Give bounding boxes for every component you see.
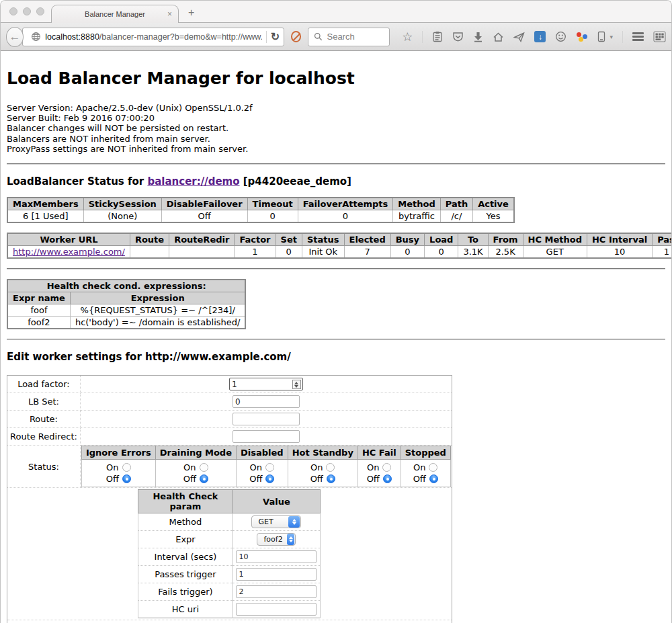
lb-set-label: LB Set:: [7, 393, 81, 411]
route-input[interactable]: [233, 413, 300, 425]
route-redirect-input[interactable]: [233, 430, 300, 443]
search-bar[interactable]: Search: [308, 28, 390, 46]
hc-fail-on-radio[interactable]: [382, 463, 391, 472]
draining-mode-on-radio[interactable]: [200, 463, 208, 472]
menu-hamburger-icon[interactable]: [632, 32, 644, 41]
expr-name: foof2: [7, 317, 70, 329]
status-row: Status: Ignore Errors Draining Mode Disa…: [7, 446, 452, 488]
interval-input[interactable]: [236, 550, 317, 563]
status-label: Status:: [7, 446, 81, 488]
route-row: Route:: [7, 411, 452, 428]
table-row: foof %{REQUEST_STATUS} =~ /^[234]/: [7, 304, 245, 317]
close-window-icon[interactable]: [9, 7, 17, 15]
reload-icon[interactable]: ↻: [271, 30, 280, 43]
status-table: Ignore Errors Draining Mode Disabled Hot…: [81, 446, 451, 487]
method-row: Method GET: [138, 513, 321, 531]
expr-name: foof: [7, 304, 70, 317]
home-icon[interactable]: [493, 32, 504, 42]
lb-set-input[interactable]: [233, 395, 300, 408]
page-title: Load Balancer Manager for localhost: [7, 51, 665, 88]
pocket-icon[interactable]: [452, 32, 464, 42]
url-bar[interactable]: localhost:8880/balancer-manager?b=demo&w…: [22, 28, 284, 46]
hc-fail-radios: OnOff: [362, 461, 396, 485]
download-icon[interactable]: [473, 32, 483, 42]
stopped-off-radio[interactable]: [429, 474, 438, 483]
ignore-errors-off-radio[interactable]: [122, 474, 131, 483]
persist-note-line: Balancer changes will NOT be persisted o…: [7, 123, 665, 133]
zoom-window-icon[interactable]: [36, 7, 44, 15]
worker-status-table: Worker URL Route RouteRedir Factor Set S…: [7, 233, 672, 259]
tile-grid-icon[interactable]: [653, 31, 666, 42]
lb-set-row: LB Set:: [7, 393, 452, 411]
table-row: 6 [1 Used] (None) Off 0 0 bytraffic /c/ …: [7, 210, 514, 223]
window-controls[interactable]: [9, 7, 44, 15]
expr-select[interactable]: foof2: [257, 533, 296, 546]
back-button[interactable]: ←: [6, 27, 24, 47]
table-row: http://www.example.com/ 1 0 Init Ok 7 0 …: [7, 246, 672, 259]
table-header-row: Expr name Expression: [7, 292, 245, 304]
status-header-row: Ignore Errors Draining Mode Disabled Hot…: [81, 446, 450, 460]
worker-url-link[interactable]: http://www.example.com/: [13, 247, 125, 257]
ignore-errors-on-radio[interactable]: [122, 463, 131, 472]
table-header-row: Health Check param Value: [138, 490, 321, 513]
colorful-extension-icon[interactable]: [576, 31, 588, 43]
search-placeholder: Search: [327, 32, 354, 42]
divider: [7, 163, 665, 165]
route-redirect-row: Route Redirect:: [7, 428, 452, 446]
server-info: Server Version: Apache/2.5.0-dev (Unix) …: [7, 103, 665, 154]
disabled-on-radio[interactable]: [265, 463, 274, 472]
edit-worker-form: Load factor: LB Set: Route: Route Redire…: [7, 375, 452, 623]
load-factor-label: Load factor:: [7, 376, 81, 393]
draining-mode-off-radio[interactable]: [200, 474, 208, 483]
hot-standby-off-radio[interactable]: [327, 474, 335, 483]
method-select[interactable]: GET: [251, 515, 301, 528]
feedback-smiley-icon[interactable]: [555, 31, 566, 42]
tab-balancer-manager[interactable]: Balancer Manager ×: [51, 5, 179, 23]
toolbar-icons: ☆ ↓ ▾: [402, 31, 666, 43]
route-label: Route:: [7, 411, 81, 428]
health-check-expressions-table: Health check cond. expressions: Expr nam…: [7, 279, 246, 329]
hot-standby-on-radio[interactable]: [326, 463, 335, 472]
save-to-device-icon[interactable]: ↓: [534, 31, 546, 42]
fails-input[interactable]: [236, 585, 317, 598]
hc-uri-input[interactable]: [236, 603, 317, 616]
passes-row: Passes trigger: [138, 566, 321, 583]
select-arrows-icon: [287, 534, 295, 545]
clipboard-icon[interactable]: [432, 31, 443, 42]
disabled-radios: OnOff: [241, 461, 284, 485]
route-redirect-label: Route Redirect:: [7, 428, 81, 446]
disabled-off-radio[interactable]: [265, 474, 274, 483]
bookmark-star-icon[interactable]: ☆: [402, 31, 413, 43]
divider: [7, 339, 665, 340]
tab-close-icon[interactable]: ×: [167, 9, 172, 19]
number-spinner[interactable]: [292, 380, 301, 389]
tab-bar: Balancer Manager × +: [1, 1, 671, 23]
server-built-line: Server Built: Feb 9 2016 07:00:20: [7, 113, 665, 123]
device-battery-icon[interactable]: [597, 31, 605, 42]
hc-fail-off-radio[interactable]: [383, 474, 392, 483]
navigation-toolbar: ← localhost:8880/balancer-manager?b=demo…: [1, 23, 671, 51]
hot-standby-radios: OnOff: [292, 461, 353, 485]
balancers-note-line: Balancers are NOT inherited from main se…: [7, 134, 665, 144]
url-text[interactable]: localhost:8880/balancer-manager?b=demo&w…: [45, 32, 262, 42]
send-tab-icon[interactable]: [513, 32, 525, 42]
ignore-errors-radios: OnOff: [86, 461, 151, 485]
search-icon: [314, 32, 323, 41]
expr-row: Expr foof2: [138, 531, 321, 548]
draining-mode-radios: OnOff: [160, 461, 232, 485]
plugin-blocked-icon[interactable]: [291, 31, 301, 42]
table-header-row: MaxMembers StickySession DisableFailover…: [7, 198, 514, 210]
minimize-window-icon[interactable]: [23, 7, 31, 15]
load-factor-row: Load factor:: [7, 376, 452, 393]
globe-icon: [31, 32, 41, 42]
expr-table-title: Health check cond. expressions:: [7, 280, 245, 292]
new-tab-button[interactable]: +: [188, 7, 194, 19]
passes-input[interactable]: [236, 568, 317, 581]
chevron-down-icon[interactable]: ▾: [610, 34, 613, 40]
health-check-row: Health Check param Value Method GET Expr…: [7, 488, 452, 620]
expr-value: hc('body') =~ /domain is established/: [70, 317, 245, 329]
balancer-demo-link[interactable]: balancer://demo: [147, 175, 239, 188]
server-version-line: Server Version: Apache/2.5.0-dev (Unix) …: [7, 103, 665, 113]
stopped-on-radio[interactable]: [429, 463, 437, 472]
hc-uri-row: HC uri: [138, 601, 321, 618]
